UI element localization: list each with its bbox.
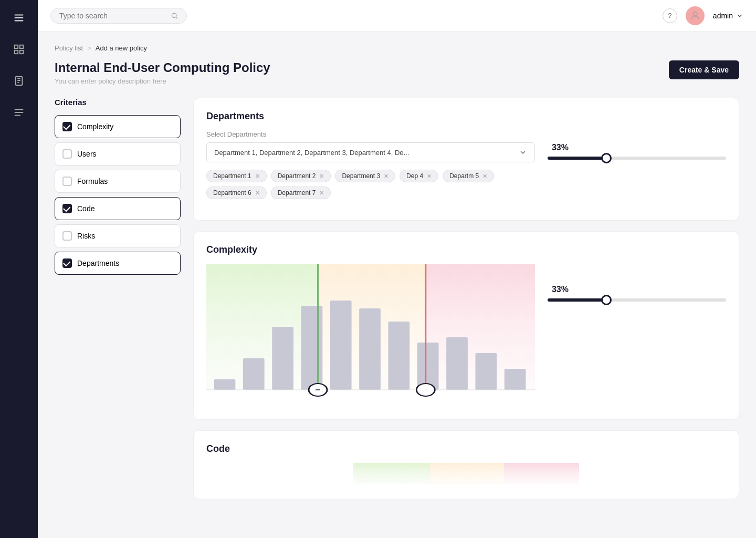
departments-title: Departments	[206, 111, 726, 122]
dept-tags: Department 1✕Department 2✕Department 3✕D…	[206, 170, 535, 199]
svg-rect-26	[388, 322, 410, 390]
criteria-checkbox-departments[interactable]	[62, 258, 72, 268]
dept-tag-label: Departm 5	[449, 172, 479, 180]
dept-tag[interactable]: Department 2✕	[271, 170, 331, 182]
grid-icon[interactable]	[9, 40, 28, 59]
code-title: Code	[206, 443, 726, 454]
svg-rect-22	[272, 327, 293, 390]
dept-dropdown[interactable]: Department 1, Department 2, Department 3…	[206, 142, 535, 162]
dept-tag[interactable]: Dep 4✕	[400, 170, 438, 182]
svg-rect-38	[430, 463, 504, 484]
search-input[interactable]	[59, 12, 166, 20]
dept-tag-remove[interactable]: ✕	[427, 173, 432, 180]
create-save-button[interactable]: Create & Save	[669, 60, 739, 79]
dept-dropdown-value: Department 1, Department 2, Department 3…	[214, 149, 409, 157]
complexity-chart-side	[206, 264, 535, 407]
complexity-slider-thumb[interactable]	[601, 295, 612, 305]
dept-tag-label: Department 7	[278, 189, 316, 196]
dept-tag-remove[interactable]: ✕	[482, 173, 487, 180]
dept-slider-track[interactable]	[548, 157, 726, 160]
list-icon[interactable]	[9, 103, 28, 122]
user-menu[interactable]: admin	[713, 12, 743, 20]
topbar-right: ? admin	[663, 6, 743, 25]
complexity-inner: 33%	[206, 264, 726, 407]
chevron-down-icon	[736, 12, 743, 19]
clipboard-icon[interactable]	[9, 71, 28, 90]
criteria-label-code: Code	[77, 204, 94, 213]
svg-rect-23	[301, 306, 323, 390]
criteria-checkbox-risks[interactable]	[62, 231, 72, 241]
dept-tag[interactable]: Department 1✕	[206, 170, 267, 182]
criteria-item-departments[interactable]: Departments	[55, 252, 181, 275]
svg-rect-3	[15, 45, 18, 48]
dept-tag-label: Department 3	[342, 172, 380, 180]
criteria-checkbox-code[interactable]	[62, 204, 72, 213]
breadcrumb-separator: >	[87, 44, 91, 52]
sidebar	[0, 0, 38, 538]
dept-tag[interactable]: Department 7✕	[271, 187, 331, 199]
svg-rect-28	[446, 337, 468, 390]
dept-tag-remove[interactable]: ✕	[319, 190, 324, 196]
code-chart-preview	[206, 463, 726, 484]
dropdown-chevron-icon	[519, 148, 527, 157]
svg-rect-20	[214, 379, 236, 390]
departments-inner: Select Departments Department 1, Departm…	[206, 130, 726, 208]
help-button[interactable]: ?	[663, 8, 677, 23]
menu-icon[interactable]	[9, 8, 28, 27]
right-panel: Departments Select Departments Departmen…	[193, 98, 739, 510]
username: admin	[713, 12, 733, 20]
svg-rect-27	[417, 343, 439, 390]
breadcrumb-current: Add a new policy	[96, 44, 147, 52]
criteria-item-users[interactable]: Users	[55, 142, 181, 165]
dept-tag-remove[interactable]: ✕	[319, 173, 324, 180]
criteria-item-risks[interactable]: Risks	[55, 224, 181, 247]
content-area: Policy list > Add a new policy Internal …	[38, 32, 756, 538]
criteria-checkbox-formulas[interactable]	[62, 177, 72, 186]
dept-tag[interactable]: Departm 5✕	[443, 170, 494, 182]
dept-tag-remove[interactable]: ✕	[255, 190, 260, 196]
breadcrumb-parent[interactable]: Policy list	[55, 44, 83, 52]
main-area: ? admin Policy list > Add a new policy	[38, 0, 756, 538]
criteria-item-code[interactable]: Code	[55, 197, 181, 220]
dept-slider-area	[548, 157, 726, 160]
svg-rect-4	[20, 45, 23, 48]
criteria-checkbox-users[interactable]	[62, 149, 72, 159]
svg-rect-39	[504, 463, 579, 484]
page-description: You can enter policy description here	[55, 77, 270, 85]
dept-tag-remove[interactable]: ✕	[255, 173, 260, 180]
criteria-label-risks: Risks	[77, 232, 95, 240]
svg-point-14	[172, 13, 176, 17]
complexity-slider-area	[548, 298, 726, 302]
code-card: Code	[193, 430, 739, 499]
complexity-chart-svg	[206, 264, 535, 400]
dept-tag[interactable]: Department 6✕	[206, 187, 267, 199]
criteria-label-complexity: Complexity	[77, 122, 113, 131]
dept-tag[interactable]: Department 3✕	[335, 170, 395, 182]
criteria-checkbox-complexity[interactable]	[62, 122, 72, 131]
criteria-item-complexity[interactable]: Complexity	[55, 115, 181, 138]
search-box[interactable]	[50, 8, 187, 24]
svg-point-36	[416, 384, 435, 396]
complexity-slider-side: 33%	[548, 264, 726, 302]
page-header: Internal End-User Computing Policy You c…	[55, 60, 739, 85]
svg-point-16	[693, 12, 697, 15]
dept-slider-pct: 33%	[548, 143, 569, 152]
svg-rect-5	[15, 50, 18, 54]
svg-rect-29	[475, 353, 497, 390]
dept-tag-label: Department 1	[213, 172, 251, 180]
svg-rect-37	[353, 463, 430, 484]
svg-rect-24	[330, 301, 352, 390]
dept-tag-remove[interactable]: ✕	[384, 173, 388, 180]
complexity-slider-track[interactable]	[548, 298, 726, 302]
select-dept-label: Select Departments	[206, 130, 535, 138]
dept-tag-label: Department 2	[278, 172, 316, 180]
departments-left: Select Departments Department 1, Departm…	[206, 130, 535, 208]
dept-tag-label: Department 6	[213, 189, 251, 196]
breadcrumb: Policy list > Add a new policy	[55, 44, 739, 52]
criteria-label-users: Users	[77, 150, 97, 158]
dept-slider-thumb[interactable]	[601, 153, 612, 163]
main-layout: Criterias ComplexityUsersFormulasCodeRis…	[55, 98, 739, 510]
criteria-item-formulas[interactable]: Formulas	[55, 170, 181, 193]
page-title: Internal End-User Computing Policy	[55, 60, 270, 75]
criteria-label-formulas: Formulas	[77, 177, 108, 185]
